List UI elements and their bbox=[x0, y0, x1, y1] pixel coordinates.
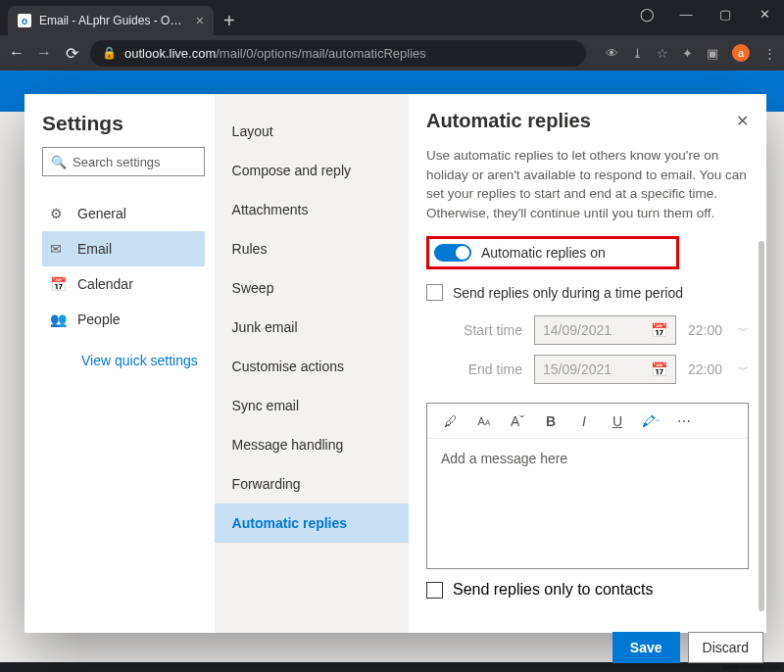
view-quick-settings-link[interactable]: View quick settings bbox=[81, 353, 205, 368]
highlight-icon[interactable]: 🖍ˇ bbox=[641, 413, 661, 429]
toggle-label: Automatic replies on bbox=[481, 245, 606, 261]
chevron-down-icon[interactable]: ﹀ bbox=[738, 362, 749, 377]
eye-icon[interactable]: 👁 bbox=[606, 46, 618, 61]
kebab-menu-icon[interactable]: ⋮ bbox=[763, 46, 776, 61]
option-forwarding[interactable]: Forwarding bbox=[215, 464, 409, 504]
scrollbar-thumb[interactable] bbox=[759, 241, 764, 611]
send-contacts-row: Send replies only to contacts bbox=[426, 581, 749, 599]
start-time-value[interactable]: 22:00 bbox=[688, 322, 722, 338]
settings-search-input[interactable]: 🔍 Search settings bbox=[42, 147, 205, 176]
category-label: Email bbox=[77, 241, 112, 257]
close-window-button[interactable]: ✕ bbox=[745, 0, 784, 27]
option-rules[interactable]: Rules bbox=[215, 229, 409, 268]
editor-textarea[interactable]: Add a message here bbox=[427, 439, 748, 568]
time-period-label: Send replies only during a time period bbox=[453, 285, 683, 301]
address-bar[interactable]: 🔒 outlook.live.com/mail/0/options/mail/a… bbox=[90, 40, 586, 67]
message-editor: 🖊 AA Aˇ B I U 🖍ˇ ⋯ Add a message here bbox=[426, 403, 749, 569]
highlight-annotation: Automatic replies on bbox=[426, 236, 679, 269]
settings-heading: Settings bbox=[42, 112, 205, 135]
reload-button[interactable]: ⟳ bbox=[63, 44, 80, 63]
url-text: outlook.live.com/mail/0/options/mail/aut… bbox=[124, 46, 426, 61]
panel-description: Use automatic replies to let others know… bbox=[426, 146, 749, 222]
save-button[interactable]: Save bbox=[612, 632, 680, 663]
font-style-icon[interactable]: Aˇ bbox=[508, 413, 527, 429]
option-layout[interactable]: Layout bbox=[215, 112, 409, 151]
cast-icon[interactable]: ▣ bbox=[707, 46, 718, 61]
bold-icon[interactable]: B bbox=[541, 413, 561, 429]
envelope-icon: ✉ bbox=[50, 241, 66, 257]
start-time-row: Start time 14/09/2021 📅 22:00 ﹀ bbox=[448, 311, 749, 350]
forward-button: → bbox=[35, 44, 53, 62]
calendar-icon: 📅 bbox=[651, 361, 667, 377]
close-panel-button[interactable]: ✕ bbox=[736, 112, 749, 130]
option-customise-actions[interactable]: Customise actions bbox=[215, 347, 409, 386]
category-label: People bbox=[77, 312, 121, 327]
panel-header: Automatic replies ✕ bbox=[426, 110, 749, 132]
option-message-handling[interactable]: Message handling bbox=[215, 425, 409, 464]
outlook-favicon-icon: o bbox=[18, 14, 31, 27]
auto-replies-toggle[interactable] bbox=[434, 244, 471, 262]
start-time-label: Start time bbox=[448, 322, 522, 338]
watermark: www.deuaq.com bbox=[722, 662, 780, 671]
search-placeholder: Search settings bbox=[73, 155, 161, 169]
option-attachments[interactable]: Attachments bbox=[215, 190, 409, 229]
auto-replies-toggle-row: Automatic replies on bbox=[426, 236, 749, 269]
email-options-list: Layout Compose and reply Attachments Rul… bbox=[215, 94, 409, 633]
end-date-value: 15/09/2021 bbox=[543, 361, 612, 377]
end-time-row: End time 15/09/2021 📅 22:00 ﹀ bbox=[448, 350, 749, 389]
panel-title: Automatic replies bbox=[426, 110, 736, 132]
install-icon[interactable]: ⤓ bbox=[632, 46, 643, 61]
maximize-button[interactable]: ▢ bbox=[706, 0, 745, 27]
category-general[interactable]: ⚙General bbox=[42, 196, 205, 231]
window-controls: ◯ — ▢ ✕ bbox=[627, 0, 784, 27]
browser-tab[interactable]: o Email - ALphr Guides - Outlook × bbox=[8, 6, 214, 35]
option-compose-and-reply[interactable]: Compose and reply bbox=[215, 151, 409, 190]
lock-icon: 🔒 bbox=[102, 46, 117, 60]
option-sweep[interactable]: Sweep bbox=[215, 268, 409, 308]
option-sync-email[interactable]: Sync email bbox=[215, 386, 409, 425]
toggle-knob bbox=[456, 246, 469, 260]
category-people[interactable]: 👥People bbox=[42, 302, 205, 337]
browser-extension-area: 👁 ⤓ ☆ ✦ ▣ a ⋮ bbox=[606, 44, 776, 62]
end-time-value[interactable]: 22:00 bbox=[688, 361, 722, 377]
option-junk-email[interactable]: Junk email bbox=[215, 308, 409, 347]
browser-titlebar: o Email - ALphr Guides - Outlook × + ◯ —… bbox=[0, 0, 784, 35]
underline-icon[interactable]: U bbox=[608, 413, 627, 429]
profile-avatar[interactable]: a bbox=[732, 44, 750, 62]
category-calendar[interactable]: 📅Calendar bbox=[42, 266, 205, 302]
more-options-icon[interactable]: ⋯ bbox=[674, 413, 694, 429]
automatic-replies-panel: Automatic replies ✕ Use automatic replie… bbox=[409, 94, 766, 633]
action-bar: Save Discard bbox=[612, 632, 763, 663]
option-automatic-replies[interactable]: Automatic replies bbox=[215, 504, 409, 543]
settings-modal: Settings 🔍 Search settings ⚙General ✉Ema… bbox=[24, 94, 766, 633]
editor-toolbar: 🖊 AA Aˇ B I U 🖍ˇ ⋯ bbox=[427, 404, 748, 439]
bookmark-star-icon[interactable]: ☆ bbox=[657, 46, 668, 61]
extensions-puzzle-icon[interactable]: ✦ bbox=[682, 46, 693, 61]
font-size-icon[interactable]: AA bbox=[474, 415, 494, 427]
category-label: Calendar bbox=[77, 276, 133, 292]
circle-icon[interactable]: ◯ bbox=[627, 0, 666, 27]
settings-categories: ⚙General ✉Email 📅Calendar 👥People bbox=[42, 196, 205, 337]
calendar-icon: 📅 bbox=[50, 276, 66, 292]
new-tab-button[interactable]: + bbox=[223, 10, 235, 32]
browser-navbar: ← → ⟳ 🔒 outlook.live.com/mail/0/options/… bbox=[0, 35, 784, 71]
send-contacts-checkbox[interactable] bbox=[426, 582, 443, 599]
time-range-grid: Start time 14/09/2021 📅 22:00 ﹀ End time… bbox=[448, 311, 749, 389]
close-tab-icon[interactable]: × bbox=[196, 13, 204, 28]
chevron-down-icon[interactable]: ﹀ bbox=[738, 323, 749, 338]
italic-icon[interactable]: I bbox=[574, 413, 594, 429]
panel-body: Use automatic replies to let others know… bbox=[426, 146, 749, 621]
category-email[interactable]: ✉Email bbox=[42, 231, 205, 266]
people-icon: 👥 bbox=[50, 312, 66, 327]
end-time-label: End time bbox=[448, 361, 522, 377]
end-date-picker[interactable]: 15/09/2021 📅 bbox=[534, 355, 676, 384]
back-button[interactable]: ← bbox=[8, 44, 25, 62]
category-label: General bbox=[77, 206, 126, 221]
discard-button[interactable]: Discard bbox=[688, 632, 763, 663]
time-period-checkbox[interactable] bbox=[426, 284, 443, 301]
settings-sidebar: Settings 🔍 Search settings ⚙General ✉Ema… bbox=[24, 94, 215, 633]
start-date-picker[interactable]: 14/09/2021 📅 bbox=[534, 315, 676, 345]
minimize-button[interactable]: — bbox=[666, 0, 706, 27]
calendar-icon: 📅 bbox=[651, 322, 667, 338]
eraser-icon[interactable]: 🖊 bbox=[441, 413, 461, 429]
